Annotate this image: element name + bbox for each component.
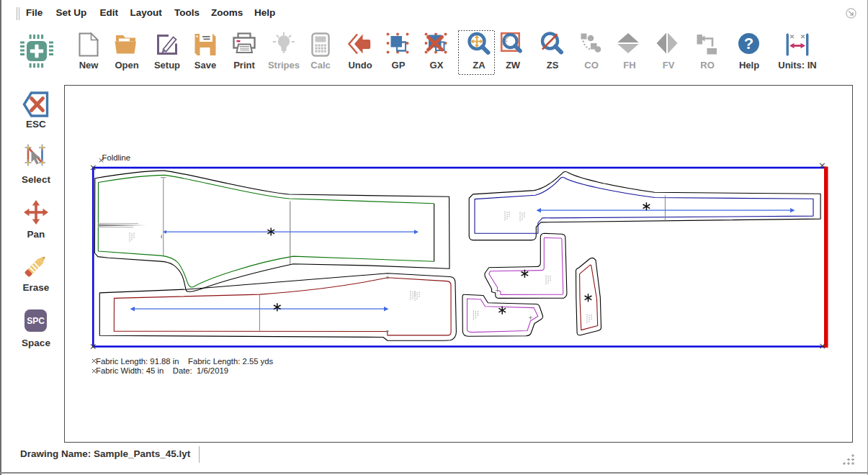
svg-text:?: ? (744, 35, 753, 53)
svg-text:Fabric Width: 45 in Date:: Fabric Width: 45 in Date: 1/6/2019 (96, 366, 228, 375)
svg-text:Foldline: Foldline (102, 153, 131, 162)
svg-text:SPC: SPC (27, 316, 45, 326)
svg-text:Fabric Length: 91.88 in Fab: Fabric Length: 91.88 in Fabric Length: 2… (96, 357, 274, 366)
